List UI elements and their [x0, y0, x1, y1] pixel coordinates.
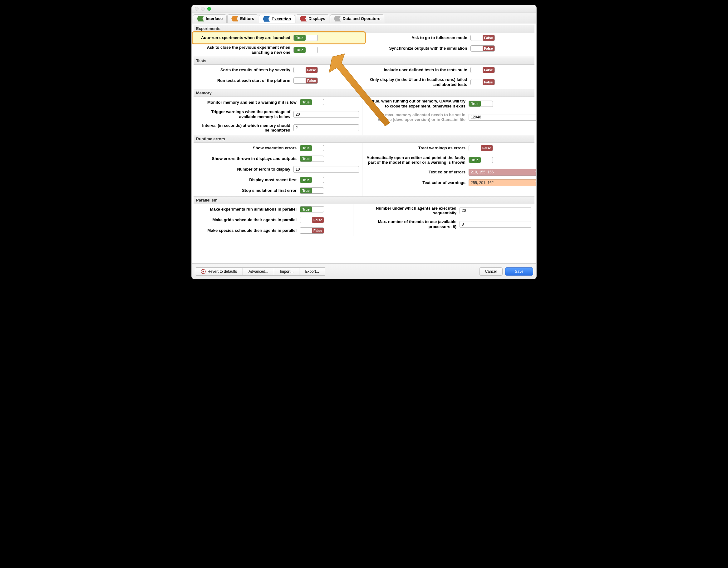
save-label: Save [515, 269, 523, 274]
input-num-errors[interactable] [293, 166, 359, 173]
label-par-exp: Make experiments run simulations in para… [197, 207, 297, 212]
toggle-par-exp[interactable]: True [300, 206, 324, 212]
import-button[interactable]: Import... [274, 267, 299, 275]
tab-displays-label: Displays [308, 16, 325, 21]
toggle-monitor-memory[interactable]: True [300, 99, 324, 105]
input-trigger-memory[interactable] [293, 111, 359, 118]
tab-execution[interactable]: Execution [259, 15, 295, 23]
input-par-threads[interactable] [460, 221, 531, 228]
minimize-window-button[interactable] [201, 7, 205, 11]
row-sync: Synchronize outputs with the simulation … [364, 43, 535, 54]
row-fullscreen: Ask to go to fullscreen mode False [364, 32, 535, 43]
label-close-prev: Ask to close the previous experiment whe… [197, 45, 290, 55]
execution-icon [263, 16, 270, 22]
label-par-seq: Number under which agents are executed s… [357, 206, 456, 215]
save-button[interactable]: Save [505, 267, 533, 275]
label-par-grids: Make grids schedule their agents in para… [197, 217, 297, 222]
dropdown-caret-icon [535, 181, 536, 183]
content-area: Interface Editors Execution Displays Dat… [192, 12, 536, 263]
label-monitor-memory: Monitor memory and emit a warning if it … [197, 100, 297, 105]
zoom-window-button[interactable] [207, 7, 211, 11]
displays-icon [300, 16, 307, 22]
label-show-errors: Show execution errors [197, 146, 297, 151]
cancel-label: Cancel [485, 269, 497, 274]
label-sort-tests: Sorts the results of tests by severity [197, 67, 290, 72]
color-errors[interactable]: 210, 155, 156 [469, 169, 536, 175]
section-parallel-header: Parallelism [194, 196, 534, 204]
tab-execution-label: Execution [272, 17, 291, 21]
label-recent-first: Display most recent first [197, 177, 297, 182]
label-max-memory: The max. memory allocated needs to be se… [366, 112, 465, 122]
import-label: Import... [280, 269, 293, 274]
section-tests-header: Tests [194, 57, 534, 65]
label-par-threads: Max. number of threads to use (available… [357, 219, 456, 229]
toggle-display-errors[interactable]: True [300, 155, 324, 162]
section-memory: Monitor memory and emit a warning if it … [194, 97, 534, 135]
toggle-par-species[interactable]: False [300, 227, 324, 234]
input-max-memory[interactable] [469, 114, 536, 121]
titlebar [192, 5, 536, 12]
preferences-window: Interface Editors Execution Displays Dat… [191, 5, 537, 279]
section-runtime-header: Runtime errors [194, 135, 534, 143]
section-runtime: Show execution errors True Show errors t… [194, 143, 534, 196]
interface-icon [197, 16, 204, 22]
tab-data-label: Data and Operators [343, 16, 381, 21]
section-tests: Sorts the results of tests by severity F… [194, 65, 534, 89]
toggle-auto-open[interactable]: True [469, 157, 493, 163]
cancel-button[interactable]: Cancel [479, 267, 503, 275]
window-controls [195, 7, 211, 11]
label-display-errors: Show errors thrown in displays and outpu… [197, 156, 297, 161]
toggle-close-prev[interactable]: True [293, 47, 318, 53]
label-oom: If true, when running out of memory, GAM… [366, 99, 465, 108]
row-autorun: Auto-run experiments when they are launc… [194, 32, 364, 43]
advanced-button[interactable]: Advanced... [243, 267, 274, 275]
row-close-prev: Ask to close the previous experiment whe… [194, 43, 364, 57]
color-warnings[interactable]: 255, 201, 162 [469, 179, 536, 186]
section-parallel: Make experiments run simulations in para… [194, 204, 534, 236]
toggle-show-errors[interactable]: True [300, 145, 324, 151]
toggle-startup-tests[interactable]: False [293, 77, 318, 84]
color-warnings-value: 255, 201, 162 [471, 180, 494, 185]
tab-displays[interactable]: Displays [296, 14, 329, 23]
toggle-fullscreen[interactable]: False [470, 35, 495, 41]
toggle-warn-as-err[interactable]: False [469, 145, 493, 151]
label-trigger-memory: Trigger warnings when the percentage of … [197, 109, 290, 119]
export-button[interactable]: Export... [299, 267, 325, 275]
label-failed-tests: Only display (in the UI and in headless … [367, 77, 467, 87]
toggle-par-grids[interactable]: False [300, 217, 324, 223]
tab-interface-label: Interface [206, 16, 223, 21]
color-errors-value: 210, 155, 156 [471, 170, 494, 174]
input-interval-memory[interactable] [293, 124, 359, 131]
section-memory-header: Memory [194, 89, 534, 97]
label-warn-as-err: Treat warnings as errors [366, 146, 465, 151]
revert-label: Revert to defaults [208, 269, 237, 274]
label-stop-first: Stop simulation at first error [197, 188, 297, 193]
data-icon [334, 16, 341, 22]
tab-editors[interactable]: Editors [227, 14, 258, 23]
toggle-recent-first[interactable]: True [300, 177, 324, 183]
label-fullscreen: Ask to go to fullscreen mode [367, 35, 467, 40]
dropdown-caret-icon [535, 171, 536, 173]
label-sync: Synchronize outputs with the simulation [367, 46, 467, 51]
toggle-sort-tests[interactable]: False [293, 67, 318, 73]
input-par-seq[interactable] [460, 207, 531, 214]
toggle-oom[interactable]: True [469, 101, 493, 107]
tab-editors-label: Editors [240, 16, 254, 21]
toggle-autorun[interactable]: True [293, 35, 318, 41]
label-auto-open: Automatically open an editor and point a… [366, 155, 465, 165]
tab-interface[interactable]: Interface [193, 14, 227, 23]
advanced-label: Advanced... [248, 269, 268, 274]
toggle-stop-first[interactable]: True [300, 187, 324, 194]
toggle-include-tests[interactable]: False [470, 67, 495, 73]
label-autorun: Auto-run experiments when they are launc… [197, 35, 290, 40]
close-window-button[interactable] [195, 7, 199, 11]
toggle-failed-tests[interactable]: False [470, 79, 495, 85]
toggle-sync[interactable]: False [470, 45, 495, 52]
revert-button[interactable]: Revert to defaults [195, 267, 243, 275]
section-experiments: Auto-run experiments when they are launc… [194, 32, 534, 57]
tab-data[interactable]: Data and Operators [330, 14, 385, 23]
tabbar: Interface Editors Execution Displays Dat… [192, 12, 536, 23]
revert-icon [201, 269, 206, 274]
preferences-area: Experiments Auto-run experiments when th… [192, 23, 536, 239]
label-include-tests: Include user-defined tests in the tests … [367, 67, 467, 72]
